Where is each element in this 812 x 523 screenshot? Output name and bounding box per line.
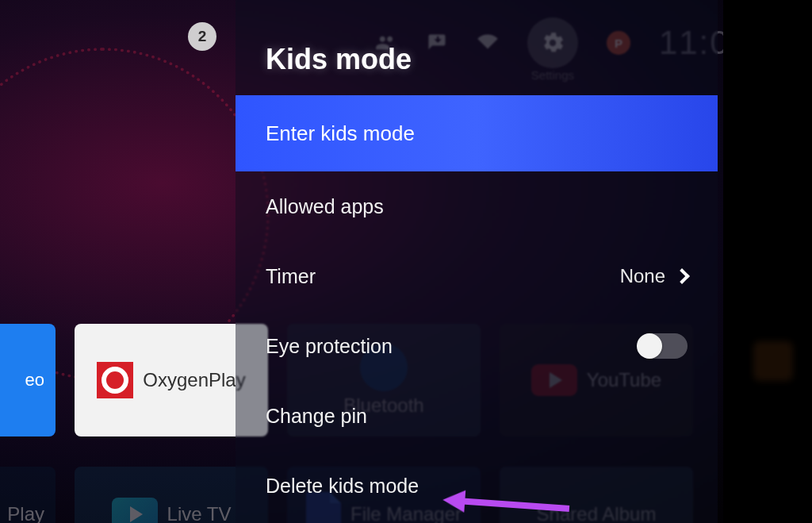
chevron-right-icon bbox=[674, 268, 690, 284]
app-tile-label: OxygenPlay bbox=[143, 369, 245, 391]
menu-item-delete-kids-mode[interactable]: Delete kids mode bbox=[236, 451, 718, 521]
menu-item-allowed-apps[interactable]: Allowed apps bbox=[236, 171, 718, 241]
menu-item-value: None bbox=[620, 265, 665, 287]
menu-item-label: Enter kids mode bbox=[266, 121, 415, 146]
menu-item-label: Timer bbox=[266, 265, 316, 288]
page-title: Kids mode bbox=[236, 0, 718, 95]
oxygenplay-icon bbox=[97, 362, 133, 398]
app-tile-play-partial[interactable]: Play bbox=[0, 467, 56, 523]
menu-item-change-pin[interactable]: Change pin bbox=[236, 381, 718, 451]
kids-mode-menu: Enter kids mode Allowed apps Timer None … bbox=[236, 95, 718, 521]
livetv-icon bbox=[112, 498, 158, 523]
kids-mode-panel: Kids mode Enter kids mode Allowed apps T… bbox=[236, 0, 718, 523]
menu-item-eye-protection[interactable]: Eye protection bbox=[236, 311, 718, 381]
menu-item-label: Delete kids mode bbox=[266, 475, 419, 498]
eye-protection-toggle[interactable] bbox=[638, 333, 688, 359]
menu-item-enter-kids-mode[interactable]: Enter kids mode bbox=[236, 95, 718, 171]
app-tile-label: Live TV bbox=[167, 503, 232, 523]
menu-item-label: Change pin bbox=[266, 405, 367, 428]
menu-item-label: Allowed apps bbox=[266, 195, 384, 218]
photo-edge bbox=[723, 0, 812, 523]
menu-item-timer[interactable]: Timer None bbox=[236, 241, 718, 311]
menu-item-label: Eye protection bbox=[266, 335, 393, 358]
app-tile-video-partial[interactable]: eo bbox=[0, 324, 56, 436]
